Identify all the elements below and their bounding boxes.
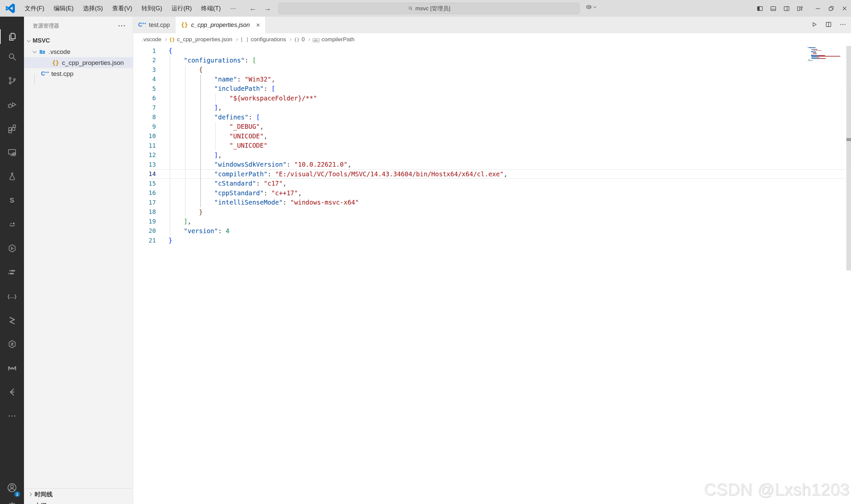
code-line[interactable]: 18 } bbox=[133, 207, 851, 217]
toggle-secondary-sidebar-icon[interactable] bbox=[780, 0, 793, 17]
section-大纲[interactable]: 大纲 bbox=[24, 500, 133, 504]
run-icon[interactable] bbox=[811, 21, 818, 29]
activity-remote-explorer-icon[interactable] bbox=[0, 144, 24, 160]
breadcrumb-item-compilerpath[interactable]: abccompilerPath bbox=[313, 36, 354, 43]
toggle-primary-sidebar-icon[interactable] bbox=[753, 0, 766, 17]
toggle-panel-icon[interactable] bbox=[766, 0, 780, 17]
breadcrumb-item--vscode[interactable]: .vscode bbox=[142, 36, 161, 43]
account-icon[interactable]: 1 bbox=[0, 478, 24, 498]
code-line[interactable]: 10 "UNICODE", bbox=[133, 131, 851, 141]
code-line[interactable]: 16 "cppStandard": "c++17", bbox=[133, 188, 851, 198]
code-line[interactable]: 13 "windowsSdkVersion": "10.0.22621.0", bbox=[133, 160, 851, 169]
forward-icon[interactable]: → bbox=[264, 4, 271, 13]
line-number[interactable]: 11 bbox=[133, 142, 156, 149]
maximize-restore-icon[interactable] bbox=[824, 0, 838, 17]
code-line[interactable]: 19 ], bbox=[133, 217, 851, 226]
more-actions-icon[interactable]: ··· bbox=[118, 23, 126, 30]
code-line[interactable]: 3 { bbox=[133, 65, 851, 74]
section-时间线[interactable]: 时间线 bbox=[24, 489, 133, 500]
tab-c-cpp-properties-json[interactable]: {}c_cpp_properties.json× bbox=[175, 17, 266, 33]
line-number[interactable]: 13 bbox=[133, 161, 156, 168]
line-number[interactable]: 5 bbox=[133, 85, 156, 92]
activity-extension-hexagon-play-icon[interactable] bbox=[0, 240, 24, 256]
code-line[interactable]: 5 "includePath": [ bbox=[133, 84, 851, 93]
activity-extension-m-icon[interactable] bbox=[0, 360, 24, 376]
activity-source-control-icon[interactable] bbox=[0, 73, 24, 89]
code-line[interactable]: 8 "defines": [ bbox=[133, 112, 851, 122]
copilot-menu[interactable] bbox=[585, 3, 596, 11]
more-actions-icon[interactable] bbox=[839, 21, 846, 29]
tree-item--vscode[interactable]: .vscode bbox=[24, 46, 133, 57]
menu-item-file[interactable]: 文件(F) bbox=[20, 0, 49, 17]
activity-extension-hexagon-z-icon[interactable] bbox=[0, 336, 24, 352]
close-icon[interactable] bbox=[838, 0, 851, 17]
line-number[interactable]: 12 bbox=[133, 151, 156, 158]
line-number[interactable]: 19 bbox=[133, 218, 156, 225]
activity-extension-ribbon-icon[interactable] bbox=[0, 312, 24, 328]
code-line[interactable]: 4 "name": "Win32", bbox=[133, 74, 851, 84]
back-icon[interactable]: ← bbox=[249, 4, 257, 13]
menu-overflow-icon[interactable]: ··· bbox=[225, 0, 241, 17]
activity-extension-braces-icon[interactable]: {…} bbox=[0, 288, 24, 304]
close-icon[interactable]: × bbox=[256, 22, 260, 28]
code-line[interactable]: 6 "${workspaceFolder}/**" bbox=[133, 93, 851, 103]
minimize-icon[interactable] bbox=[811, 0, 824, 17]
activity-more-views-icon[interactable] bbox=[0, 408, 24, 424]
line-number[interactable]: 17 bbox=[133, 199, 156, 206]
code-line[interactable]: 7 ], bbox=[133, 103, 851, 112]
code-line[interactable]: 21} bbox=[133, 236, 851, 245]
line-number[interactable]: 16 bbox=[133, 189, 156, 196]
menu-item-terminal[interactable]: 终端(T) bbox=[196, 0, 225, 17]
code-line[interactable]: 15 "cStandard": "c17", bbox=[133, 179, 851, 188]
code-line[interactable]: 17 "intelliSenseMode": "windows-msvc-x64… bbox=[133, 198, 851, 207]
minimap[interactable] bbox=[807, 47, 843, 62]
activity-explorer-icon[interactable] bbox=[0, 29, 24, 44]
activity-extension-s-icon[interactable]: S bbox=[0, 192, 24, 208]
menu-item-selection[interactable]: 选择(S) bbox=[78, 0, 107, 17]
line-number[interactable]: 6 bbox=[133, 94, 156, 102]
line-number[interactable]: 14 bbox=[133, 170, 156, 177]
line-number[interactable]: 10 bbox=[133, 132, 156, 139]
menu-item-run[interactable]: 运行(R) bbox=[167, 0, 196, 17]
tab-test-cpp[interactable]: C++test.cpp bbox=[133, 17, 175, 33]
menu-item-edit[interactable]: 编辑(E) bbox=[49, 0, 78, 17]
command-center-search[interactable]: msvc [管理员] bbox=[278, 3, 580, 14]
line-number[interactable]: 21 bbox=[133, 237, 156, 244]
line-number[interactable]: 8 bbox=[133, 113, 156, 121]
breadcrumb-item-configurations[interactable]: [ ]configurations bbox=[240, 36, 286, 43]
activity-extensions-icon[interactable] bbox=[0, 121, 24, 137]
activity-run-and-debug-icon[interactable] bbox=[0, 96, 24, 112]
line-number[interactable]: 18 bbox=[133, 208, 156, 215]
line-number[interactable]: 7 bbox=[133, 104, 156, 111]
code-line[interactable]: 9 "_DEBUG", bbox=[133, 122, 851, 131]
activity-search-icon[interactable] bbox=[0, 49, 24, 65]
breadcrumb-item-c-cpp-properties-json[interactable]: {}c_cpp_properties.json bbox=[170, 36, 232, 43]
line-number[interactable]: 1 bbox=[133, 47, 156, 54]
vertical-scrollbar[interactable] bbox=[846, 46, 851, 270]
tree-item-test-cpp[interactable]: C++test.cpp bbox=[24, 68, 133, 79]
activity-extension-smile-icon[interactable] bbox=[0, 216, 24, 232]
line-number[interactable]: 2 bbox=[133, 57, 156, 64]
line-number[interactable]: 9 bbox=[133, 123, 156, 130]
activity-extension-hook-icon[interactable] bbox=[0, 384, 24, 400]
breadcrumb-item-0[interactable]: {}0 bbox=[294, 36, 305, 43]
editor[interactable]: 1{2 "configurations": [3 {4 "name": "Win… bbox=[133, 46, 851, 504]
activity-extension-bars-icon[interactable] bbox=[0, 264, 24, 280]
line-number[interactable]: 3 bbox=[133, 66, 156, 73]
code-line[interactable]: 12 ], bbox=[133, 150, 851, 160]
code-line[interactable]: 1{ bbox=[133, 46, 851, 56]
tree-item-c-cpp-properties-json[interactable]: {}c_cpp_properties.json bbox=[24, 57, 133, 68]
line-number[interactable]: 15 bbox=[133, 180, 156, 187]
code-line[interactable]: 20 "version": 4 bbox=[133, 226, 851, 236]
code-line[interactable]: 14 "compilerPath": "E:/visual/VC/Tools/M… bbox=[133, 169, 851, 179]
line-number[interactable]: 4 bbox=[133, 75, 156, 83]
line-number[interactable]: 20 bbox=[133, 227, 156, 234]
code-line[interactable]: 11 "_UNICODE" bbox=[133, 141, 851, 150]
tree-item-msvc[interactable]: MSVC bbox=[24, 35, 133, 46]
menu-item-go[interactable]: 转到(G) bbox=[137, 0, 167, 17]
settings-gear-icon[interactable] bbox=[0, 498, 24, 504]
code-line[interactable]: 2 "configurations": [ bbox=[133, 56, 851, 65]
split-editor-icon[interactable] bbox=[825, 21, 832, 29]
menu-item-view[interactable]: 查看(V) bbox=[107, 0, 137, 17]
customize-layout-icon[interactable] bbox=[793, 0, 806, 17]
